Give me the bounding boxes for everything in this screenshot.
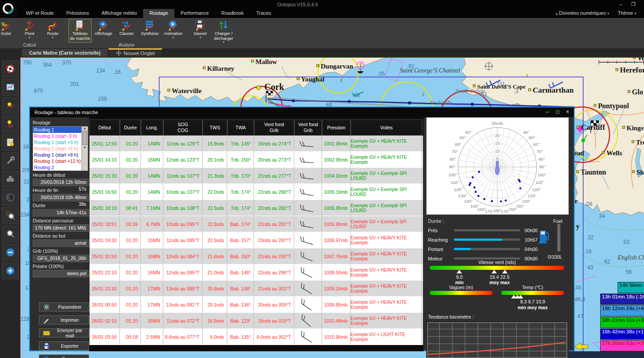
ribbon-button-sauver[interactable]: Sauver▾ bbox=[189, 19, 212, 47]
column-header-8[interactable]: Pression bbox=[322, 119, 351, 136]
cell: 01:20 bbox=[120, 281, 141, 297]
column-header-3[interactable]: SOGCOG bbox=[163, 119, 203, 136]
exporter-button[interactable]: Exporter bbox=[39, 341, 89, 350]
arrival-box[interactable]: 18h 21mn 31s (+3h2arr bbox=[600, 317, 644, 328]
minimize-button[interactable]: – bbox=[615, 1, 626, 8]
routing-item-routing-1-start-9-h[interactable]: Routing 1 (start +9 h) bbox=[33, 152, 82, 158]
column-header-9[interactable]: Voiles bbox=[351, 119, 422, 136]
ribbon-button-route[interactable]: Route▾ bbox=[41, 19, 64, 43]
arrival-box[interactable]: 17h 20mn 53s (+2h2arr bbox=[600, 340, 644, 351]
resize-grip[interactable]: ∴ bbox=[565, 355, 568, 358]
routing-item-routing-1-start-6-h[interactable]: Routing 1 (start +6 h) bbox=[33, 145, 82, 152]
routing-list-scrollbar[interactable]: ▲▼ bbox=[81, 127, 88, 170]
fermer-button[interactable]: Fermer bbox=[39, 354, 89, 358]
button-label: Imprimer bbox=[54, 317, 89, 323]
column-header-7[interactable]: Vent fondGrib bbox=[294, 119, 322, 136]
weather-rain-icon[interactable] bbox=[2, 115, 19, 132]
routing-item-routing-1-start-3-h[interactable]: Routing 1 (start +3 h) bbox=[33, 139, 82, 145]
column-header-4[interactable]: TWS bbox=[203, 119, 227, 136]
binoculars-icon[interactable] bbox=[2, 170, 19, 188]
svg-text:60°: 60° bbox=[533, 142, 540, 147]
column-header-2[interactable]: Long. bbox=[141, 119, 163, 136]
imprimer-button[interactable]: Imprimer bbox=[39, 315, 89, 324]
menu-donn-es-num-riques[interactable]: ▴Données numériques▾ bbox=[551, 9, 614, 18]
ribbon-button-animation[interactable]: Animation▾ bbox=[161, 19, 185, 43]
table-row[interactable]: 25/01 20:5001:2016MN12nds au 084°T21.6nd… bbox=[89, 248, 423, 264]
dialog-minimize-button[interactable]: – bbox=[542, 107, 552, 117]
restore-button[interactable]: ❐ bbox=[628, 1, 639, 8]
routing-list[interactable]: ▲▼ Routing 1Routing 1 (start -3 h)Routin… bbox=[33, 126, 88, 171]
wind-barb-icon bbox=[294, 200, 322, 216]
cell: Bab. 148° bbox=[227, 264, 254, 281]
table-row[interactable]: 26/01 00:5001:2017MN13nds au 081°T20.1nd… bbox=[89, 297, 423, 313]
arrival-box[interactable]: 19h 12mn 24s (+4h1arr bbox=[600, 305, 644, 316]
menu-tab-roadbook[interactable]: Roadbook bbox=[215, 9, 250, 18]
menu-tab-wp-et-route[interactable]: WP et Route bbox=[20, 9, 60, 18]
table-row[interactable]: 25/01 18:1000:417.1MN10nds au 108°T22.5n… bbox=[89, 200, 423, 216]
table-row[interactable]: 26/01 03:3000:182.5MN8.6nds au 077°T9.0n… bbox=[89, 329, 423, 345]
envoyer-par-mail-button[interactable]: Envoyer par mail bbox=[39, 328, 89, 337]
table-row[interactable]: 25/01 19:3001:2015MN11nds au 085°T22.5nd… bbox=[89, 232, 423, 248]
dialog-close-button[interactable]: × bbox=[563, 107, 572, 117]
lifebuoy-icon[interactable] bbox=[2, 60, 19, 77]
map-city-hereford: Hereford bbox=[620, 66, 644, 74]
tools-icon[interactable] bbox=[2, 152, 19, 169]
duration-value: 10h57 bbox=[525, 237, 538, 243]
ribbon-button-lculer[interactable]: ‰lculer bbox=[0, 19, 18, 43]
ribbon-button-charger-d-charger[interactable]: Charger /décharger▾ bbox=[212, 19, 235, 47]
menu-tab-traces[interactable]: Traces bbox=[250, 9, 277, 18]
cell: 16.5nds bbox=[203, 313, 227, 329]
table-row[interactable]: 25/01 15:3001:2014MN11nds au 107°T21.3nd… bbox=[89, 168, 423, 184]
tab-nouvel-onglet[interactable]: Nouvel Onglet bbox=[108, 48, 163, 57]
table-row[interactable]: 25/01 18:5100:396.7MN10nds au 095°T22.5n… bbox=[89, 216, 423, 232]
table-row[interactable]: 25/01 12:5001:2014MN11nds au 129°T15.9nd… bbox=[89, 136, 423, 152]
tab-carte-maitre[interactable]: Carte Maître (Carte vectorielle) bbox=[21, 48, 108, 57]
cell: 01:20 bbox=[120, 313, 141, 329]
column-header-5[interactable]: TWA bbox=[227, 119, 254, 136]
routing-item-routing-1-start-3-h[interactable]: Routing 1 (start -3 h) bbox=[33, 133, 82, 139]
menu-tab-affichage-m-t-o[interactable]: Affichage météo bbox=[95, 9, 143, 18]
cell: 16nds au 310°T bbox=[254, 313, 294, 329]
table-row[interactable]: 25/01 23:3001:2017MN13nds au 080°T20.6nd… bbox=[89, 281, 423, 297]
ribbon-button-synth-se[interactable]: Synthèse bbox=[138, 19, 161, 43]
menu-tab-pr-visions[interactable]: Prévisions bbox=[60, 9, 95, 18]
param-trer-button[interactable]: Paramétrer bbox=[39, 303, 89, 311]
ribbon-button-pivot[interactable]: Pivot▾ bbox=[18, 19, 41, 43]
menu-tab-routage[interactable]: Routage bbox=[143, 9, 174, 18]
zoom-in-icon[interactable] bbox=[2, 262, 19, 279]
cell: 25/01 19:30 bbox=[89, 232, 120, 248]
column-header-1[interactable]: Durée bbox=[120, 119, 141, 136]
table-row[interactable]: 26/01 02:1001:2015MN11nds au 072°T16.5nd… bbox=[89, 313, 423, 329]
ribbon-button-tableau-de-marche[interactable]: Tableaude marche bbox=[68, 19, 92, 43]
table-row[interactable]: 25/01 16:5001:2014MN10nds au 107°T22.0nd… bbox=[89, 184, 423, 200]
column-header-0[interactable]: Début bbox=[89, 119, 120, 136]
table-row[interactable]: 25/01 22:1001:2016MN12nds au 085°T21.0nd… bbox=[89, 264, 423, 281]
zoom-area-icon[interactable] bbox=[2, 207, 19, 224]
dialog-maximize-button[interactable]: □ bbox=[553, 107, 563, 117]
table-row[interactable]: 25/01 14:1001:2015MN12nds au 123°T20.1nd… bbox=[89, 152, 423, 168]
chart-icon[interactable] bbox=[2, 79, 19, 96]
routing-item-routing-1-start-12-h[interactable]: Routing 1 (start +12 h) bbox=[33, 158, 82, 164]
menu-th-me[interactable]: Thème▾ bbox=[614, 9, 641, 18]
cell: 25/01 14:10 bbox=[89, 152, 120, 168]
map-notes-icon[interactable] bbox=[2, 134, 19, 151]
arrival-box[interactable]: 13h 01mn 18s (-1h5arr bbox=[600, 294, 644, 305]
column-header-6[interactable]: Vent fondGrib bbox=[254, 119, 294, 136]
routing-item-routing-1[interactable]: Routing 1 bbox=[33, 127, 82, 133]
zoom-out-icon[interactable] bbox=[2, 244, 19, 261]
calc-icon: ‰ bbox=[0, 20, 12, 31]
ribbon-button-affichage[interactable]: Affichage bbox=[92, 19, 115, 43]
svg-text:50°: 50° bbox=[529, 135, 535, 140]
weather-sun-icon[interactable] bbox=[2, 97, 19, 114]
menu-tab-performance[interactable]: Performance bbox=[174, 9, 215, 18]
arrival-box[interactable]: 14h 56mn 0arr bbox=[618, 282, 644, 293]
night-mode-icon[interactable] bbox=[2, 189, 19, 206]
cell: 9.0nds au 302°T bbox=[254, 329, 294, 345]
map-city-youghal: Youghal bbox=[301, 76, 325, 83]
duration-row-portant: Portant04h00 bbox=[428, 244, 538, 254]
ribbon-button-classer[interactable]: Classer bbox=[115, 19, 138, 43]
routing-item-routing-2[interactable]: Routing 2 bbox=[33, 164, 82, 170]
magnifier-icon[interactable] bbox=[2, 226, 19, 243]
arrival-box[interactable]: 16h 42mn 38s (+1h4arr bbox=[600, 328, 644, 340]
dialog-titlebar[interactable]: Routage - tableau de marche bbox=[30, 107, 574, 117]
